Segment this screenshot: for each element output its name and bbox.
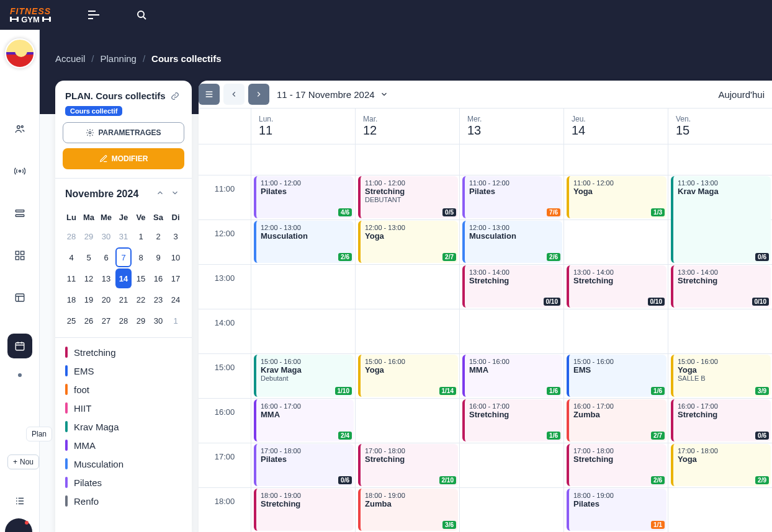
minical-day[interactable]: 30 [98,226,114,246]
calendar-event[interactable]: 18:00 - 19:00Stretching [254,489,354,531]
modify-button[interactable]: MODIFIER [63,148,184,169]
menu-toggle-icon[interactable] [88,11,99,19]
calendar-event[interactable]: 17:00 - 18:00Stretching2/6 [567,444,667,486]
calendar-event[interactable]: 17:00 - 18:00Pilates0/6 [254,444,354,486]
nav-list-icon[interactable] [14,207,26,219]
minical-day[interactable]: 3 [168,226,184,246]
minical-day[interactable]: 18 [63,290,79,309]
breadcrumb-item[interactable]: Planning [101,53,137,64]
minical-day[interactable]: 21 [115,290,132,309]
minical-day[interactable]: 13 [98,268,114,288]
next-week-button[interactable] [248,84,269,105]
minical-day[interactable]: 5 [81,247,97,267]
minical-day[interactable]: 22 [133,290,149,309]
calendar-event[interactable]: 16:00 - 17:00Stretching1/6 [462,399,562,441]
search-icon[interactable] [137,10,146,20]
minical-day[interactable]: 16 [150,268,166,288]
link-icon[interactable] [171,92,179,100]
today-button[interactable]: Aujourd'hui [718,89,765,100]
minical-day[interactable]: 27 [98,311,114,330]
view-list-button[interactable] [199,84,220,105]
minical-day[interactable]: 30 [150,311,166,330]
capacity-badge: 1/14 [439,387,456,395]
minical-day[interactable]: 10 [168,247,184,267]
category-item[interactable]: Krav Maga [65,421,182,432]
avatar[interactable] [5,38,35,68]
minical-day[interactable]: 8 [133,247,149,267]
calendar-event[interactable]: 18:00 - 19:00Pilates1/1 [567,489,667,531]
category-item[interactable]: Renfo [65,495,182,507]
calendar-event[interactable]: 18:00 - 19:00Zumba3/6 [358,489,458,531]
calendar-event[interactable]: 13:00 - 14:00Stretching0/10 [462,265,562,308]
minical-day[interactable]: 6 [98,247,114,267]
category-item[interactable]: HIIT [65,402,182,414]
nav-window-icon[interactable] [14,291,26,304]
category-item[interactable]: Pilates [65,477,182,488]
calendar-event[interactable]: 16:00 - 17:00Stretching0/6 [671,399,771,441]
calendar-event[interactable]: 17:00 - 18:00Yoga2/9 [671,444,771,486]
minical-day[interactable]: 1 [133,226,149,246]
minical-day[interactable]: 25 [63,311,79,330]
minical-next-button[interactable] [168,186,182,202]
calendar-event[interactable]: 12:00 - 13:00Musculation2/6 [462,221,562,263]
category-item[interactable]: foot [65,384,182,395]
date-range-picker[interactable]: 11 - 17 Novembre 2024 [277,89,388,100]
minical-day[interactable]: 26 [81,311,97,330]
minical-day[interactable]: 11 [63,268,79,288]
capacity-badge: 1/6 [547,387,560,395]
minical-day[interactable]: 24 [168,290,184,309]
minical-day[interactable]: 19 [81,290,97,309]
calendar-event[interactable]: 15:00 - 16:00YogaSALLE B3/9 [671,355,771,397]
calendar-event[interactable]: 15:00 - 16:00Yoga1/14 [358,355,458,397]
nav-grid-icon[interactable] [14,249,26,262]
logo[interactable]: FITNESS GYM [10,7,51,24]
calendar-event[interactable]: 16:00 - 17:00Zumba2/7 [567,399,667,441]
calendar-event[interactable]: 15:00 - 16:00MMA1/6 [462,355,562,397]
calendar-event[interactable]: 13:00 - 14:00Stretching0/10 [671,265,771,308]
calendar-event[interactable]: 13:00 - 14:00Stretching0/10 [567,265,667,308]
minical-day[interactable]: 9 [150,247,166,267]
minical-day[interactable]: 20 [98,290,114,309]
calendar-event[interactable]: 11:00 - 12:00StretchingDEBUTANT0/5 [358,176,458,218]
calendar-event[interactable]: 15:00 - 16:00EMS1/6 [567,355,667,397]
svg-point-0 [138,11,144,17]
minical-day[interactable]: 15 [133,268,149,288]
minical-day[interactable]: 31 [115,226,132,246]
nav-outline-icon[interactable] [14,495,26,507]
new-button[interactable]: + Nou [7,454,39,469]
calendar-event[interactable]: 12:00 - 13:00Musculation2/6 [254,221,354,263]
calendar-event[interactable]: 12:00 - 13:00Yoga2/7 [358,221,458,263]
category-item[interactable]: Musculation [65,458,182,469]
calendar-event[interactable]: 15:00 - 16:00Krav MagaDebutant1/10 [254,355,354,397]
help-widget-icon[interactable] [5,518,32,532]
category-item[interactable]: Stretching [65,347,182,358]
calendar-event[interactable]: 11:00 - 12:00Yoga1/3 [567,176,667,218]
minical-day[interactable]: 12 [81,268,97,288]
calendar-event[interactable]: 17:00 - 18:00Stretching2/10 [358,444,458,486]
params-button[interactable]: PARAMETRAGES [63,122,184,143]
calendar-event[interactable]: 11:00 - 13:00Krav Maga0/6 [671,176,771,263]
calendar-event[interactable]: 11:00 - 12:00Pilates7/6 [462,176,562,218]
minical-day[interactable]: 28 [63,226,79,246]
minical-day[interactable]: 7 [115,247,132,267]
nav-users-icon[interactable] [14,123,26,135]
minical-day[interactable]: 1 [168,311,184,330]
minical-day[interactable]: 29 [133,311,149,330]
category-item[interactable]: EMS [65,365,182,376]
prev-week-button[interactable] [223,84,245,105]
minical-day[interactable]: 2 [150,226,166,246]
minical-day[interactable]: 4 [63,247,79,267]
calendar-event[interactable]: 11:00 - 12:00Pilates4/6 [254,176,354,218]
minical-day[interactable]: 17 [168,268,184,288]
minical-prev-button[interactable] [153,186,167,202]
minical-day[interactable]: 28 [115,311,132,330]
category-item[interactable]: MMA [65,440,182,451]
calendar-event[interactable]: 16:00 - 17:00MMA2/4 [254,399,354,441]
minical-day[interactable]: 23 [150,290,166,309]
calendar-grid[interactable]: 11:0012:0013:0014:0015:0016:0017:0018:00… [199,144,772,532]
nav-broadcast-icon[interactable] [14,165,26,177]
minical-day[interactable]: 29 [81,226,97,246]
breadcrumb-item[interactable]: Accueil [55,53,85,64]
nav-calendar-icon[interactable] [7,334,32,358]
minical-day[interactable]: 14 [115,268,132,288]
